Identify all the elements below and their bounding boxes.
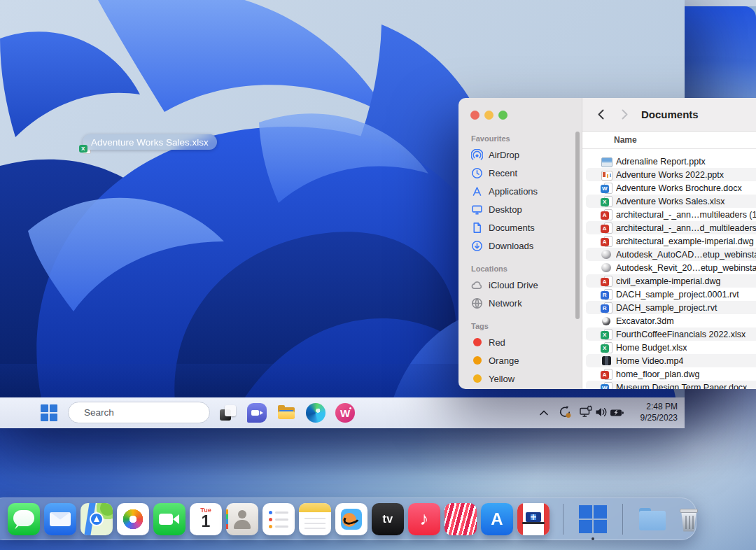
column-header-name[interactable]: Name bbox=[582, 132, 756, 149]
dock-item-windows-11[interactable] bbox=[577, 503, 609, 535]
file-row[interactable]: Autodesk_AutoCAD…etup_webinsta bbox=[582, 248, 756, 261]
dock-item-apple-tv[interactable]: tv bbox=[372, 503, 404, 535]
dock-item-mail[interactable] bbox=[44, 503, 76, 535]
file-row[interactable]: Ahome_floor_plan.dwg bbox=[582, 367, 756, 381]
tray-network-icon[interactable] bbox=[579, 405, 593, 422]
file-row[interactable]: Adrenaline Report.pptx bbox=[582, 155, 756, 168]
forward-button[interactable] bbox=[617, 108, 631, 122]
dock-item-freeform[interactable] bbox=[335, 503, 368, 535]
dock-item-maps[interactable] bbox=[80, 503, 113, 535]
dock-item-photos[interactable] bbox=[117, 503, 149, 535]
sidebar-item-label: iCloud Drive bbox=[489, 280, 538, 290]
taskbar-search-box[interactable] bbox=[68, 402, 210, 423]
file-row[interactable]: Aarchitectural_example-imperial.dwg bbox=[582, 234, 756, 248]
pptx-photo-file-icon bbox=[601, 156, 612, 167]
photos-icon-part bbox=[122, 508, 144, 530]
tray-hidden-icons-chevron[interactable] bbox=[537, 406, 551, 423]
edge-browser-button[interactable] bbox=[306, 403, 326, 423]
sidebar-item-yellow[interactable]: Yellow bbox=[458, 369, 582, 388]
task-view-button[interactable] bbox=[218, 403, 237, 423]
file-row[interactable]: RDACH_sample_project.0001.rvt bbox=[582, 288, 756, 301]
dock-item-reminders[interactable] bbox=[262, 503, 295, 535]
downloads-folder-icon-part bbox=[639, 511, 666, 530]
facetime-icon-part bbox=[173, 514, 179, 524]
taskbar-clock[interactable]: 2:48 PM 9/25/2023 bbox=[626, 402, 678, 423]
chevron-up-icon bbox=[540, 411, 547, 415]
sidebar-item-red[interactable]: Red bbox=[458, 333, 582, 351]
sidebar-item-documents[interactable]: Documents bbox=[458, 218, 582, 237]
dock-item-downloads-folder[interactable] bbox=[636, 503, 668, 535]
file-name: architectural_example-imperial.dwg bbox=[616, 237, 754, 246]
sidebar-item-airdrop[interactable]: AirDrop bbox=[458, 146, 582, 164]
file-name: Adrenaline Report.pptx bbox=[616, 157, 706, 167]
sidebar-item-desktop[interactable]: Desktop bbox=[458, 200, 582, 218]
sidebar-section-locations: Locations bbox=[458, 265, 582, 273]
file-row[interactable]: Autodesk_Revit_20…etup_webinsta bbox=[582, 261, 756, 274]
screen: W 2:48 PM 9/25/2023 X Adventure bbox=[0, 0, 756, 550]
dock-item-parallels-desktop[interactable] bbox=[517, 503, 550, 535]
dock-item-calendar[interactable]: Tue1 bbox=[190, 503, 222, 535]
tray-battery-icon[interactable] bbox=[610, 406, 625, 423]
calendar-day: 1 bbox=[190, 512, 222, 531]
minimize-button[interactable] bbox=[484, 111, 493, 120]
dock-item-trash[interactable] bbox=[673, 503, 705, 535]
sidebar-item-label: Network bbox=[489, 298, 522, 309]
start-button[interactable] bbox=[41, 404, 57, 421]
sidebar-item-downloads[interactable]: Downloads bbox=[458, 237, 582, 255]
file-row[interactable]: Excavator.3dm bbox=[582, 314, 756, 327]
file-row[interactable]: Adventure Works 2022.pptx bbox=[582, 168, 756, 181]
search-input[interactable] bbox=[83, 407, 209, 418]
sidebar-item-label: AirDrop bbox=[489, 150, 519, 160]
file-row[interactable]: Aarchitectural_-_ann…multileaders (1) bbox=[582, 208, 756, 221]
sidebar-scrollbar[interactable] bbox=[575, 132, 580, 319]
sidebar-item-network[interactable]: Network bbox=[458, 294, 582, 312]
sidebar-item-recent[interactable]: Recent bbox=[458, 164, 582, 182]
macos-wallpaper-top-strip bbox=[685, 0, 756, 6]
file-row[interactable]: XAdventure Works Sales.xlsx bbox=[582, 195, 756, 208]
file-name: Adventure Works Sales.xlsx bbox=[616, 197, 724, 206]
reminders-icon-part bbox=[269, 525, 288, 528]
sidebar-item-orange[interactable]: Orange bbox=[458, 351, 582, 369]
sidebar-item-label: Orange bbox=[489, 355, 519, 366]
teams-chat-button[interactable] bbox=[247, 403, 267, 423]
file-row[interactable]: Acivil_example-imperial.dwg bbox=[582, 274, 756, 288]
sidebar-item-applications[interactable]: Applications bbox=[458, 182, 582, 200]
file-explorer-button[interactable] bbox=[276, 403, 296, 423]
file-row[interactable]: Aarchitectural_-_ann…d_multileaders bbox=[582, 221, 756, 234]
downloads-icon bbox=[471, 240, 483, 252]
dock-item-contacts[interactable] bbox=[226, 503, 258, 535]
dock-item-facetime[interactable] bbox=[153, 503, 186, 535]
sidebar-section-tags: Tags bbox=[458, 322, 582, 330]
window-controls bbox=[470, 111, 507, 120]
back-button[interactable] bbox=[595, 108, 609, 122]
dmg-file-icon bbox=[601, 249, 612, 260]
dock-item-music[interactable]: ♪ bbox=[408, 503, 440, 535]
file-row[interactable]: WMuseum Design Term Paper.docx bbox=[582, 381, 756, 389]
file-row[interactable]: Home Video.mp4 bbox=[582, 354, 756, 367]
file-row[interactable]: XHome Budget.xlsx bbox=[582, 341, 756, 354]
xlsx-file-icon: X bbox=[601, 196, 612, 207]
file-name: Home Budget.xlsx bbox=[616, 343, 687, 353]
file-row[interactable]: WAdventure Works Brochure.docx bbox=[582, 181, 756, 195]
dock-item-messages[interactable] bbox=[8, 503, 40, 535]
sidebar-item-label: Recent bbox=[489, 168, 517, 178]
dragged-file[interactable]: X Adventure Works Sales.xlsx bbox=[79, 134, 217, 150]
file-name: FourthCoffeeFinancials 2022.xlsx bbox=[616, 330, 746, 339]
clock-date: 9/25/2023 bbox=[626, 413, 678, 424]
notes-icon-part bbox=[304, 518, 326, 520]
finder-toolbar: Documents bbox=[582, 98, 756, 132]
file-row[interactable]: XFourthCoffeeFinancials 2022.xlsx bbox=[582, 327, 756, 341]
sidebar-item-icloud-drive[interactable]: iCloud Drive bbox=[458, 276, 582, 294]
zoom-button[interactable] bbox=[498, 111, 507, 120]
tray-sync-icon[interactable] bbox=[558, 405, 572, 422]
close-button[interactable] bbox=[470, 111, 479, 120]
tray-volume-icon[interactable] bbox=[594, 405, 608, 422]
dock-item-news[interactable] bbox=[444, 503, 477, 535]
dock-item-notes[interactable] bbox=[299, 503, 331, 535]
file-row[interactable]: RDACH_sample_project.rvt bbox=[582, 301, 756, 314]
file-name: Adventure Works 2022.pptx bbox=[616, 170, 724, 180]
dock-item-app-store[interactable]: A bbox=[481, 503, 513, 535]
maps-icon-part bbox=[90, 512, 104, 526]
recent-icon bbox=[471, 167, 483, 179]
w-app-button[interactable]: W bbox=[335, 403, 355, 423]
